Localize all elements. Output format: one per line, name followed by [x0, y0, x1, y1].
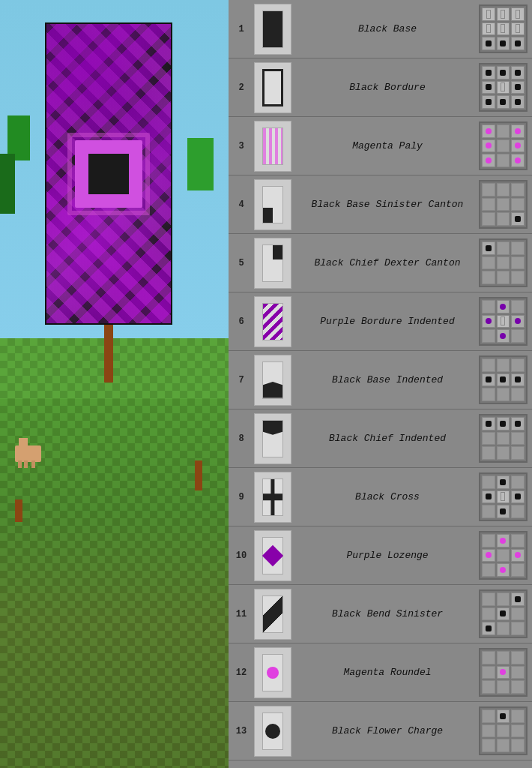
recipe-cell-dye-black [497, 66, 510, 80]
recipe-cell-dye-black [482, 95, 495, 109]
pattern-name: Magenta Roundel [296, 667, 479, 678]
pattern-row: 2 Black Bordure [229, 58, 532, 117]
recipe-cell-dye-black [511, 95, 525, 109]
pattern-number: 7 [233, 375, 250, 386]
pattern-row: 4 Black Base Sinister Canton [229, 176, 532, 234]
pattern-number: 8 [233, 434, 250, 444]
recipe-cell-dye-purple [497, 329, 510, 343]
recipe-cell-empty [511, 534, 525, 548]
recipe-cell-empty [511, 622, 525, 635]
pattern-name: Black Bordure [296, 82, 479, 93]
pattern-number: 10 [233, 550, 250, 561]
recipe-cell-empty [511, 271, 525, 284]
recipe-grid [479, 297, 528, 346]
recipe-cell-empty [511, 651, 525, 664]
banner-image [45, 22, 172, 325]
recipe-cell-empty [482, 446, 495, 460]
pattern-name: Black Base [296, 23, 479, 34]
recipe-grid [479, 63, 528, 112]
pattern-number: 1 [233, 24, 250, 34]
recipe-cell-banner [497, 81, 510, 94]
recipe-grid [479, 414, 528, 463]
recipe-cell-empty [497, 242, 510, 255]
pattern-number: 9 [233, 492, 250, 502]
pattern-row: 10 Purple Lozenge [229, 526, 532, 585]
recipe-cell-empty [511, 432, 525, 446]
recipe-cell-empty [511, 608, 525, 621]
pattern-row: 1 Black Base [229, 0, 532, 58]
pattern-name: Black Cross [296, 491, 479, 502]
recipe-cell-empty [482, 476, 495, 489]
recipe-cell-dye-black [497, 37, 510, 50]
recipe-cell-empty [511, 358, 525, 372]
recipe-cell-empty [497, 549, 510, 562]
pattern-icon-magenta-paly [254, 121, 291, 172]
pattern-row: 3 Magenta Paly [229, 117, 532, 176]
recipe-cell-empty [497, 388, 510, 401]
pattern-name: Black Chief Indented [296, 433, 479, 444]
recipe-grid [479, 122, 528, 170]
pattern-icon-purple-bordure-indented [254, 296, 291, 347]
pattern-icon-purple-lozenge [254, 530, 291, 581]
recipe-cell-dye-black [482, 81, 495, 94]
recipe-cell-dye-black [511, 592, 525, 606]
recipe-cell-dye-magenta [482, 140, 495, 153]
recipe-cell-empty [497, 358, 510, 372]
recipe-cell-empty [482, 358, 495, 372]
recipe-cell-empty [511, 183, 525, 196]
pattern-row: 5 Black Chief Dexter Canton [229, 234, 532, 292]
recipe-cell-banner [497, 22, 510, 36]
minecraft-scene [0, 0, 229, 768]
recipe-cell-dye-black [511, 66, 525, 80]
recipe-cell-dye-black [497, 417, 510, 430]
recipe-cell-empty [482, 256, 495, 270]
recipe-cell-dye-black [511, 417, 525, 430]
pattern-name: Purple Bordure Indented [296, 316, 479, 327]
recipe-cell-dye-magenta [497, 666, 510, 680]
recipe-cell-empty [511, 329, 525, 343]
recipe-cell-dye-black [511, 212, 525, 226]
recipe-cell-dye-magenta [482, 124, 495, 138]
recipe-cell-empty [511, 256, 525, 270]
recipe-cell-dye-magenta [497, 563, 510, 577]
recipe-cell-empty [511, 446, 525, 460]
recipe-cell-banner [497, 315, 510, 328]
pattern-number: 13 [233, 726, 250, 736]
recipe-cell-empty [482, 329, 495, 343]
recipe-cell-empty [482, 710, 495, 723]
pattern-name: Black Bend Sinister [296, 608, 479, 620]
recipe-cell-empty [497, 446, 510, 460]
recipe-cell-banner [482, 8, 495, 21]
recipe-cell-empty [497, 622, 510, 635]
recipe-grid [479, 238, 528, 287]
recipe-cell-banner [511, 22, 525, 36]
pattern-name: Black Chief Dexter Canton [296, 257, 479, 268]
recipe-cell-dye-magenta [497, 534, 510, 548]
recipe-cell-dye-black [482, 37, 495, 50]
recipe-cell-empty [511, 476, 525, 489]
pattern-row: 13 Black Flower Charge [229, 702, 532, 760]
recipe-cell-empty [482, 271, 495, 284]
recipe-cell-empty [497, 154, 510, 167]
pattern-number: 5 [233, 258, 250, 268]
recipe-cell-dye-magenta [482, 549, 495, 562]
recipe-cell-dye-black [497, 608, 510, 621]
recipe-cell-empty [482, 212, 495, 226]
recipe-cell-empty [482, 198, 495, 212]
recipe-cell-empty [482, 592, 495, 606]
recipe-cell-banner [497, 8, 510, 21]
recipe-cell-dye-black [511, 490, 525, 504]
recipe-cell-dye-black [482, 66, 495, 80]
recipe-cell-empty [497, 183, 510, 196]
recipe-cell-empty [482, 388, 495, 401]
recipe-cell-dye-black [482, 242, 495, 255]
recipe-cell-dye-black [482, 417, 495, 430]
recipe-cell-dye-black [482, 490, 495, 504]
recipe-cell-empty [497, 651, 510, 664]
pattern-number: 2 [233, 82, 250, 93]
recipe-cell-empty [482, 680, 495, 694]
recipe-cell-empty [511, 739, 525, 752]
recipe-grid [479, 648, 528, 697]
minecraft-banner-display [34, 22, 184, 382]
recipe-cell-empty [482, 651, 495, 664]
